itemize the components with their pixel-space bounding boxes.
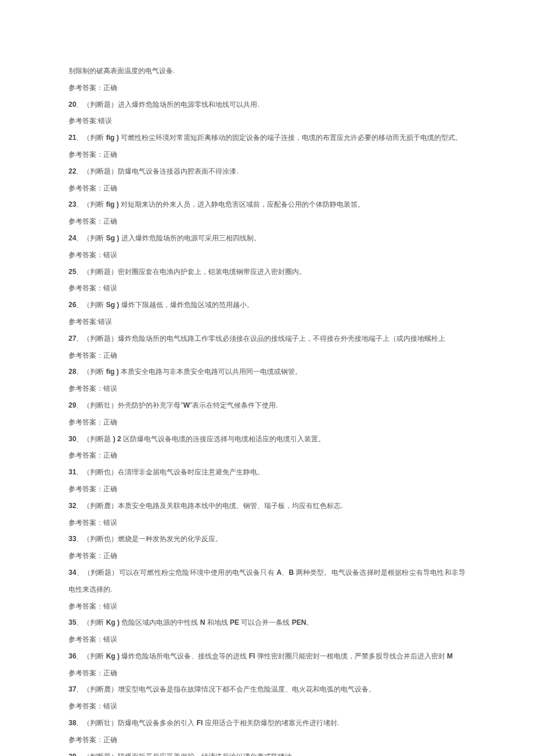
text-line: 参考答案：错误 — [68, 514, 466, 531]
text-line: 24、（判断 Sg ) 进入爆炸危险场所的电源可采用三相四线制。 — [68, 230, 466, 247]
text-line: 参考答案：正确 — [68, 665, 466, 682]
text-line: 参考答案:错误 — [68, 113, 466, 129]
text-line: 参考答案：错误 — [68, 698, 466, 715]
text-line: 20、（判断题）进入爆炸危险场所的电源零线和地线可以共用. — [68, 96, 466, 113]
text-line: 参考答案：错误 — [68, 247, 466, 264]
text-line: 参考答案：正确 — [68, 481, 466, 498]
text-line: 30、（判断题 ) 2 区防爆电气设备电缆的连接应选择与电缆相适应的电缆引入装置… — [68, 431, 466, 448]
text-line: 28、（判断 fig ) 本质安全电路与非本质安全电路可以共用同一电缆或钢管。 — [68, 363, 466, 380]
text-line: 31、（判断也）在清理非金届电气设备时应注意避免产生静电。 — [68, 464, 466, 481]
text-line: 39、（判断题）隔爆面拆开后应妥善保护，经清洗后涂以磷化膏或防锈油。 — [68, 748, 466, 756]
text-line: 25、（判断题）密封圈应套在电渔内护套上，铠装电缆钢带应进入密封圈内。 — [68, 264, 466, 280]
text-line: 参考答案：正确 — [68, 180, 466, 197]
text-line: 37、（判断鹿）增安型电气设备是指在故障情况下都不会产生危险温度、电火花和电弧的… — [68, 681, 466, 698]
text-line: 参考答案：错误 — [68, 380, 466, 397]
text-line: 34、（判断题）可以在可燃性粉尘危险环境中使用的电气设备只有 A、B 两种类型。… — [68, 564, 466, 598]
text-line: 参考答案：正确 — [68, 213, 466, 230]
text-line: 参考答案：正确 — [68, 80, 466, 96]
text-line: 参考答案:错误 — [68, 314, 466, 330]
text-line: 35、（判断 Kg ) 危险区域内电源的中性线 N 和地线 PE 可以合并一条线… — [68, 614, 466, 631]
text-line: 22、（判断题）防爆电气设备连接器内腔表面不得涂漆. — [68, 163, 466, 180]
text-line: 参考答案：错误 — [68, 280, 466, 297]
text-line: 38、（判断壮）防爆电气设备多余的引入 Fl 应用适合于相关防爆型的堵塞元件进行… — [68, 715, 466, 732]
text-line: 参考答案：正确 — [68, 414, 466, 431]
text-line: 别限制的破高表面温度的电气设备. — [68, 63, 466, 80]
text-line: 参考答案：正确 — [68, 146, 466, 163]
text-line: 32、（判断鹿）本质安全电路及关联电路本线中的电缆、钢管、瑞子板，均应有红色标志… — [68, 498, 466, 514]
text-line: 27、（判断题）爆炸危险场所的电气线路工作零线必须接在设品的接线端子上，不得接在… — [68, 330, 466, 347]
text-line: 参考答案：正确 — [68, 447, 466, 464]
text-line: 26、（判断 Sg ) 爆炸下限越低，爆炸危险区域的范用越小。 — [68, 297, 466, 314]
text-line: 参考答案：正确 — [68, 732, 466, 748]
text-line: 参考答案：正确 — [68, 548, 466, 564]
text-line: 29、（判断壮）外壳防护的补充字母"W"表示在特定气候条件下使用. — [68, 397, 466, 414]
text-line: 参考答案：错误 — [68, 631, 466, 648]
document-body: 别限制的破高表面温度的电气设备.参考答案：正确20、（判断题）进入爆炸危险场所的… — [68, 63, 466, 756]
text-line: 36、（判断 Kg ) 爆炸危险场所电气设备、接线盒等的进线 Fl 弹性密封圈只… — [68, 648, 466, 665]
text-line: 21、（判断 fig ) 可燃性粉尘环境对常需短距离移动的固定设备的端子连接，电… — [68, 129, 466, 146]
text-line: 33、（判断也）燃烧是一种发热发光的化学反应。 — [68, 531, 466, 548]
text-line: 参考答案：错误 — [68, 598, 466, 615]
text-line: 参考答案：正确 — [68, 347, 466, 364]
text-line: 23、（判断 fig ) 对短期来访的外来人员，进入静电危害区域前，应配备公用的… — [68, 196, 466, 213]
